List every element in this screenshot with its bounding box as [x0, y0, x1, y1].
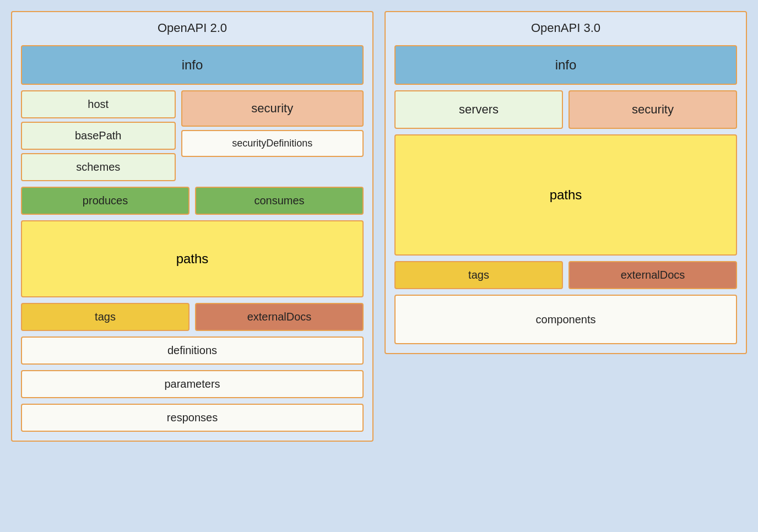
- panel1-paths-block: paths: [21, 220, 364, 297]
- panel1-externaldocs-block: externalDocs: [195, 303, 364, 331]
- panel1-parameters-block: parameters: [21, 370, 364, 398]
- panel1-info-block: info: [21, 45, 364, 85]
- panel2-tags-block: tags: [394, 261, 563, 289]
- panel2-title: OpenAPI 3.0: [394, 21, 737, 40]
- panel1-row1: host basePath schemes security securityD…: [21, 90, 364, 181]
- panel1-host-block: host: [21, 90, 176, 118]
- panel2-security-block: security: [568, 90, 737, 129]
- panel2-externaldocs-block: externalDocs: [568, 261, 737, 289]
- panel1-row2: produces consumes: [21, 187, 364, 215]
- panel1-definitions-block: definitions: [21, 336, 364, 365]
- panel2-row2: tags externalDocs: [394, 261, 737, 289]
- panel1-right-col: security securityDefinitions: [181, 90, 364, 181]
- panel1-tags-block: tags: [21, 303, 190, 331]
- panel2-paths-block: paths: [394, 134, 737, 256]
- panel1-securitydefs-block: securityDefinitions: [181, 130, 364, 157]
- panel1-produces-block: produces: [21, 187, 190, 215]
- panel-openapi-2: OpenAPI 2.0 info host basePath schemes s…: [11, 11, 373, 442]
- panel2-row1: servers security: [394, 90, 737, 129]
- panel1-schemes-block: schemes: [21, 153, 176, 181]
- panel1-row3: tags externalDocs: [21, 303, 364, 331]
- panel1-basepath-block: basePath: [21, 122, 176, 150]
- panel1-consumes-block: consumes: [195, 187, 364, 215]
- panel1-title: OpenAPI 2.0: [21, 21, 364, 40]
- panel2-info-block: info: [394, 45, 737, 85]
- panel-openapi-3: OpenAPI 3.0 info servers security paths …: [385, 11, 747, 354]
- panel1-security-block: security: [181, 90, 364, 127]
- panel1-responses-block: responses: [21, 404, 364, 432]
- panel2-components-block: components: [394, 295, 737, 344]
- panel2-servers-block: servers: [394, 90, 563, 129]
- main-container: OpenAPI 2.0 info host basePath schemes s…: [11, 11, 747, 521]
- panel1-left-col: host basePath schemes: [21, 90, 176, 181]
